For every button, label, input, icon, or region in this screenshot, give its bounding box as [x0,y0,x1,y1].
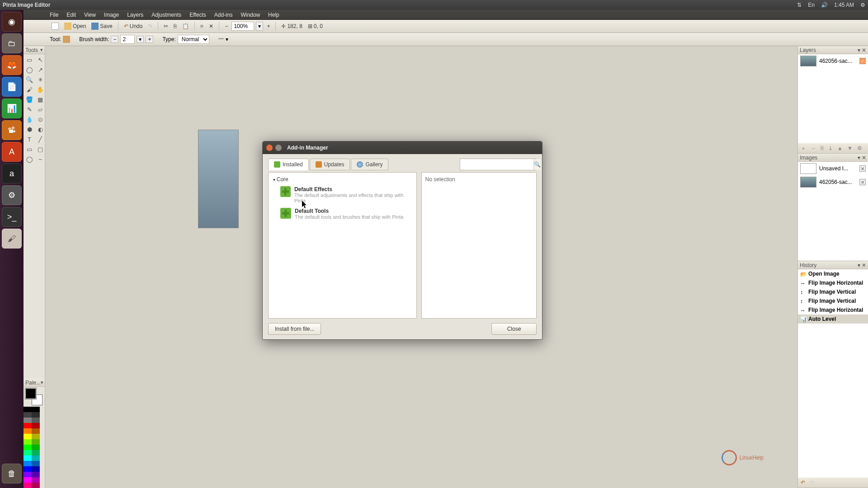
eyedropper-tool[interactable]: 💧 [24,115,34,124]
calc-icon[interactable]: 📊 [2,99,22,118]
pan-tool[interactable]: ✋ [35,85,45,94]
history-item[interactable]: 📂Open Image [798,269,868,278]
swatch[interactable] [24,472,32,477]
zoom-out-button[interactable]: − [223,22,230,30]
brush-width-dropdown[interactable]: ▾ [137,36,144,43]
install-from-file-button[interactable]: Install from file... [268,323,321,335]
trash-icon[interactable]: 🗑 [2,464,22,483]
swatch[interactable] [24,428,32,434]
line-tool[interactable]: ╱ [35,135,45,144]
history-item[interactable]: ↔Flip Image Horizontal [798,278,868,287]
redo-button[interactable]: ↷ [146,22,154,30]
rect-tool[interactable]: ▭ [24,145,34,154]
layer-props-icon[interactable]: ⚙ [857,145,862,151]
history-item[interactable]: ↕Flip Image Vertical [798,296,868,305]
addin-list[interactable]: Core Default EffectsThe default adjustme… [268,172,417,319]
rounded-rect-tool[interactable]: ▢ [35,145,45,154]
stroke-style-icon[interactable]: 〰 [218,36,224,42]
lasso-tool[interactable]: ◯ [24,65,34,74]
swatch[interactable] [32,412,40,418]
swatch[interactable] [24,434,32,439]
addin-item[interactable]: Default EffectsThe default adjustments a… [272,184,413,206]
stroke-style-dropdown[interactable]: ▾ [226,36,228,42]
new-button[interactable] [50,22,61,31]
swatch[interactable] [32,461,40,466]
color-selector[interactable] [25,388,42,405]
tab-installed[interactable]: Installed [268,159,309,170]
swatch[interactable] [32,455,40,461]
zoom-tool[interactable]: 🔍 [24,75,34,84]
tools-panel-dropdown-icon[interactable]: ▾ [40,47,43,53]
swatch[interactable] [24,450,32,455]
image-close-icon[interactable]: ✕ [859,179,866,185]
files-icon[interactable]: 🗀 [2,33,22,53]
amazon-icon[interactable]: a [2,164,22,183]
pinta-icon[interactable]: 🖌 [2,229,22,249]
swatch[interactable] [24,466,32,472]
menu-file[interactable]: File [50,12,58,18]
swatch[interactable] [32,418,40,423]
rect-select-tool[interactable]: ▭ [24,55,34,64]
gear-icon[interactable]: ⚙ [860,2,865,8]
tab-updates[interactable]: Updates [310,159,350,170]
images-minimize-icon[interactable]: ▾ [858,155,860,161]
image-close-icon[interactable]: ✕ [859,165,866,172]
paintbrush-tool[interactable]: 🖌 [24,85,34,94]
add-layer-icon[interactable]: ＋ [801,145,806,152]
swatch[interactable] [32,466,40,472]
swatch[interactable] [24,439,32,445]
duplicate-layer-icon[interactable]: ⎘ [821,145,824,151]
swatch[interactable] [32,423,40,428]
copy-button[interactable]: ⎘ [172,22,179,30]
zoom-dropdown-icon[interactable]: ▾ [256,22,263,31]
menu-image[interactable]: Image [104,12,119,18]
zoom-input[interactable] [231,22,254,31]
writer-icon[interactable]: 📄 [2,77,22,97]
swatch[interactable] [32,407,40,412]
menu-adjustments[interactable]: Adjustments [151,12,181,18]
keyboard-indicator[interactable]: En [808,2,815,8]
history-minimize-icon[interactable]: ▾ [858,262,860,268]
history-item[interactable]: 📊Auto Level [798,314,868,324]
menu-window[interactable]: Window [241,12,260,18]
search-button[interactable]: 🔍 [533,159,541,170]
swatch[interactable] [32,445,40,450]
brush-width-plus[interactable]: + [146,36,153,43]
save-button[interactable]: Save [90,22,114,31]
swatch[interactable] [24,423,32,428]
eraser-tool[interactable]: ▱ [35,105,45,114]
settings-icon[interactable]: ⚙ [2,185,22,205]
paste-button[interactable]: 📋 [180,22,191,30]
move-tool[interactable]: ↖ [35,55,45,64]
history-item[interactable]: ↔Flip Image Horizontal [798,305,868,314]
cut-button[interactable]: ✂ [162,22,170,30]
image-row[interactable]: Unsaved I...✕ [798,162,868,175]
clock[interactable]: 1:45 AM [834,2,854,8]
palette-panel-dropdown-icon[interactable]: ▾ [41,380,43,385]
open-button[interactable]: Open [62,22,88,31]
wand-tool[interactable]: ✳ [35,75,45,84]
swatch[interactable] [32,472,40,477]
addin-search-input[interactable] [460,161,533,168]
recolor-tool[interactable]: ⬢ [24,125,34,134]
network-icon[interactable]: ⇅ [797,2,802,8]
software-center-icon[interactable]: A [2,142,22,162]
canvas-area[interactable]: Add-in Manager Installed Updates Gallery… [45,46,797,488]
swatch[interactable] [24,477,32,483]
swatch[interactable] [24,412,32,418]
layers-close-icon[interactable]: ✕ [862,47,866,53]
swatch[interactable] [24,455,32,461]
color-select-tool[interactable]: ◐ [35,125,45,134]
move-selection-tool[interactable]: ↗ [35,65,45,74]
swatch[interactable] [32,439,40,445]
menu-help[interactable]: Help [268,12,279,18]
history-close-icon[interactable]: ✕ [862,262,866,268]
zoom-in-button[interactable]: + [265,22,272,30]
history-undo-icon[interactable]: ↶ [801,479,805,486]
swatch[interactable] [24,445,32,450]
freeform-tool[interactable]: ~ [35,155,45,164]
impress-icon[interactable]: 📽 [2,120,22,140]
deselect-button[interactable]: ✕ [207,22,215,30]
tab-gallery[interactable]: Gallery [351,159,388,170]
firefox-icon[interactable]: 🦊 [2,55,22,75]
